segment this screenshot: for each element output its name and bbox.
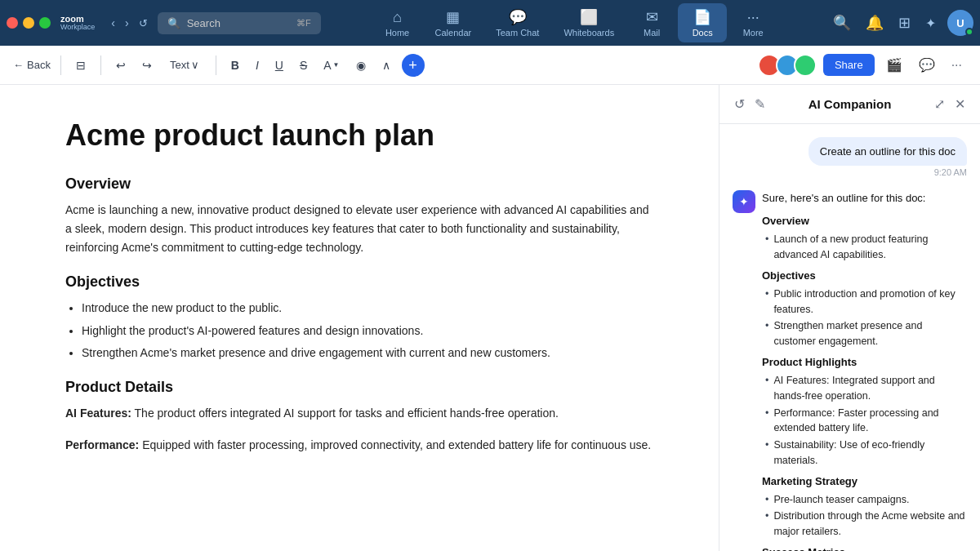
outline-list: • AI Features: Integrated support and ha… — [765, 373, 967, 469]
ai-btn[interactable]: ✦ — [922, 12, 939, 34]
nav-item-calendar[interactable]: ▦ Calendar — [424, 3, 483, 42]
back-icon: ← — [13, 59, 24, 71]
undo-btn[interactable]: ↩ — [111, 56, 131, 75]
nav-items: ⌂ Home ▦ Calendar 💬 Team Chat ⬜ Whiteboa… — [324, 3, 826, 42]
outline-item: • Sustainability: Use of eco-friendly ma… — [765, 438, 967, 469]
ai-response-container: ✦ Sure, here's an outline for this doc: … — [733, 190, 967, 551]
ai-panel-header: ↺ ✎ AI Companion ⤢ ✕ — [719, 85, 980, 124]
outline-item: • Pre-launch teaser campaigns. — [765, 492, 967, 508]
redo-btn[interactable]: ↪ — [137, 56, 157, 75]
ai-panel-body: Create an outline for this doc 9:20 AM ✦… — [719, 124, 980, 551]
outline-section-title: Success Metrics — [762, 544, 967, 551]
ai-response-content: Sure, here's an outline for this doc: Ov… — [762, 190, 967, 551]
ai-response-intro: Sure, here's an outline for this doc: — [762, 190, 967, 207]
home-icon: ⌂ — [393, 9, 402, 26]
toolbar-divider-3 — [216, 56, 216, 75]
search-icon: 🔍 — [167, 17, 180, 29]
nav-item-more[interactable]: ··· More — [728, 4, 777, 42]
outline-section-title: Marketing Strategy — [762, 473, 967, 490]
ai-expand-btn[interactable]: ⤢ — [933, 95, 947, 113]
font-color-btn[interactable]: A▼ — [318, 56, 344, 75]
ai-history-btn[interactable]: ↺ — [733, 95, 746, 113]
sidebar-toggle-btn[interactable]: ⊟ — [71, 56, 91, 75]
maximize-window-btn[interactable] — [39, 17, 51, 29]
text-style-dropdown[interactable]: Text ∨ — [163, 56, 206, 74]
nav-item-home[interactable]: ⌂ Home — [373, 4, 422, 42]
video-btn[interactable]: 🎬 — [881, 54, 907, 76]
layout-btn[interactable]: ⊞ — [895, 11, 914, 35]
section-overview-content: Acme is launching a new, innovative prod… — [65, 201, 653, 257]
outline-section-title: Product Highlights — [762, 354, 967, 371]
online-indicator — [965, 28, 973, 36]
objectives-list: Introduce the new product to the public.… — [82, 299, 653, 362]
main-area: Acme product launch plan Overview Acme i… — [0, 85, 980, 551]
docs-icon: 📄 — [693, 8, 711, 26]
comment-btn[interactable]: 💬 — [914, 54, 940, 76]
outline-section-overview: Overview • Launch of a new product featu… — [762, 213, 967, 263]
product-detail-ai: AI Features: The product offers integrat… — [65, 404, 653, 423]
highlight-btn[interactable]: ◉ — [351, 56, 371, 75]
minimize-window-btn[interactable] — [23, 17, 34, 29]
more-options-btn[interactable]: ··· — [947, 55, 967, 76]
ai-companion-logo: ✦ — [733, 190, 755, 213]
history-btn[interactable]: ↺ — [136, 14, 151, 33]
zoom-logo: zoom Workplace — [60, 15, 95, 31]
outline-list: • Pre-launch teaser campaigns. • Distrib… — [765, 492, 967, 540]
message-timestamp: 9:20 AM — [934, 167, 967, 177]
outline-item: • Public introduction and promotion of k… — [765, 287, 967, 318]
outline-section-marketing: Marketing Strategy • Pre-launch teaser c… — [762, 473, 967, 540]
close-window-btn[interactable] — [7, 17, 18, 29]
nav-item-whiteboards[interactable]: ⬜ Whiteboards — [552, 3, 626, 42]
nav-back-arrow[interactable]: ‹ — [108, 13, 118, 33]
outline-list: • Launch of a new product featuring adva… — [765, 232, 967, 263]
bullet-icon: • — [765, 232, 768, 263]
window-controls — [7, 17, 51, 29]
top-nav: zoom Workplace ‹ › ↺ 🔍 Search ⌘F ⌂ Home … — [0, 0, 980, 46]
notifications-btn[interactable]: 🔔 — [862, 11, 887, 35]
outline-item: • Launch of a new product featuring adva… — [765, 232, 967, 263]
bullet-icon: • — [765, 509, 768, 540]
outline-section-success-metrics: Success Metrics • Sales targets for the … — [762, 544, 967, 551]
search-bar[interactable]: 🔍 Search ⌘F — [158, 12, 321, 34]
bullet-icon: • — [765, 438, 768, 469]
bullet-icon: • — [765, 287, 768, 318]
section-heading-overview: Overview — [65, 176, 653, 193]
section-heading-objectives: Objectives — [65, 273, 653, 291]
document-content[interactable]: Acme product launch plan Overview Acme i… — [0, 85, 719, 551]
outline-list: • Public introduction and promotion of k… — [765, 287, 967, 349]
italic-btn[interactable]: I — [251, 56, 264, 75]
toolbar-divider-1 — [60, 56, 61, 75]
add-content-btn[interactable]: + — [402, 54, 425, 77]
section-heading-product-details: Product Details — [65, 379, 653, 396]
nav-item-docs[interactable]: 📄 Docs — [678, 3, 727, 42]
user-message-bubble: Create an outline for this doc — [808, 137, 967, 166]
bullet-icon: • — [765, 373, 768, 404]
ai-panel-title: AI Companion — [773, 97, 926, 111]
bold-btn[interactable]: B — [226, 56, 244, 75]
user-avatar[interactable]: U — [947, 10, 973, 36]
list-item: Highlight the product's AI-powered featu… — [82, 322, 653, 340]
outline-item: • Performance: Faster processing and ext… — [765, 406, 967, 437]
outline-item: • Strengthen market presence and custome… — [765, 318, 967, 349]
bullet-icon: • — [765, 318, 768, 349]
mail-icon: ✉ — [646, 8, 658, 26]
collaborator-avatars — [758, 54, 817, 77]
strikethrough-btn[interactable]: S — [295, 56, 312, 75]
expand-btn[interactable]: ∧ — [377, 56, 395, 75]
back-button[interactable]: ← Back — [13, 59, 51, 71]
ai-edit-btn[interactable]: ✎ — [753, 95, 767, 113]
outline-item: • AI Features: Integrated support and ha… — [765, 373, 967, 404]
nav-item-mail[interactable]: ✉ Mail — [627, 3, 676, 42]
underline-btn[interactable]: U — [270, 56, 288, 75]
outline-item: • Distribution through the Acme website … — [765, 509, 967, 540]
product-detail-performance: Performance: Equipped with faster proces… — [65, 436, 653, 455]
nav-forward-arrow[interactable]: › — [122, 13, 132, 33]
nav-item-team-chat[interactable]: 💬 Team Chat — [484, 3, 550, 42]
ai-close-btn[interactable]: ✕ — [953, 95, 967, 113]
dropdown-arrow-icon: ∨ — [191, 59, 199, 71]
outline-section-product-highlights: Product Highlights • AI Features: Integr… — [762, 354, 967, 469]
list-item: Strengthen Acme's market presence and dr… — [82, 344, 653, 362]
document-title: Acme product launch plan — [65, 118, 653, 153]
search-nav-btn[interactable]: 🔍 — [830, 11, 854, 35]
share-button[interactable]: Share — [823, 54, 875, 76]
